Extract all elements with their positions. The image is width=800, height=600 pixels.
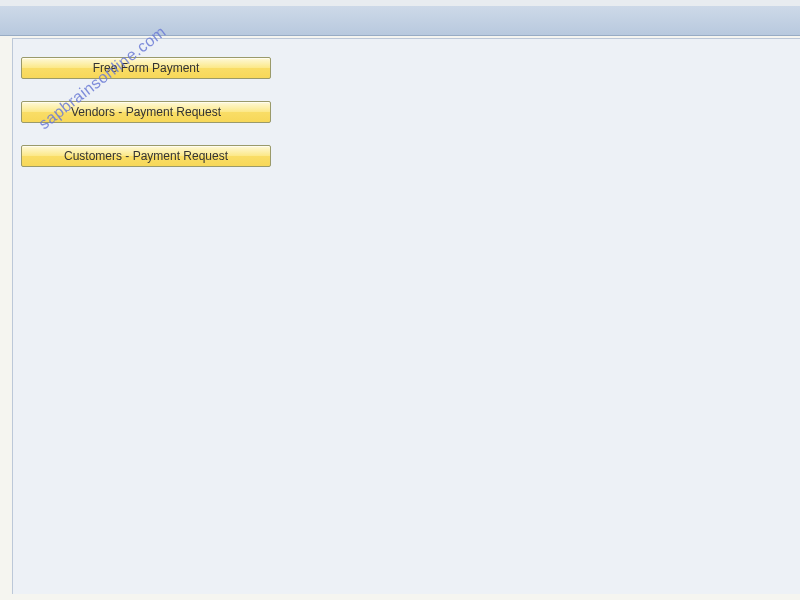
- application-toolbar: [0, 6, 800, 36]
- free-form-payment-button[interactable]: Free Form Payment: [21, 57, 271, 79]
- content-area: Free Form Payment Vendors - Payment Requ…: [12, 38, 800, 594]
- customers-payment-request-button[interactable]: Customers - Payment Request: [21, 145, 271, 167]
- main-window: Free Form Payment Vendors - Payment Requ…: [0, 0, 800, 600]
- vendors-payment-request-button[interactable]: Vendors - Payment Request: [21, 101, 271, 123]
